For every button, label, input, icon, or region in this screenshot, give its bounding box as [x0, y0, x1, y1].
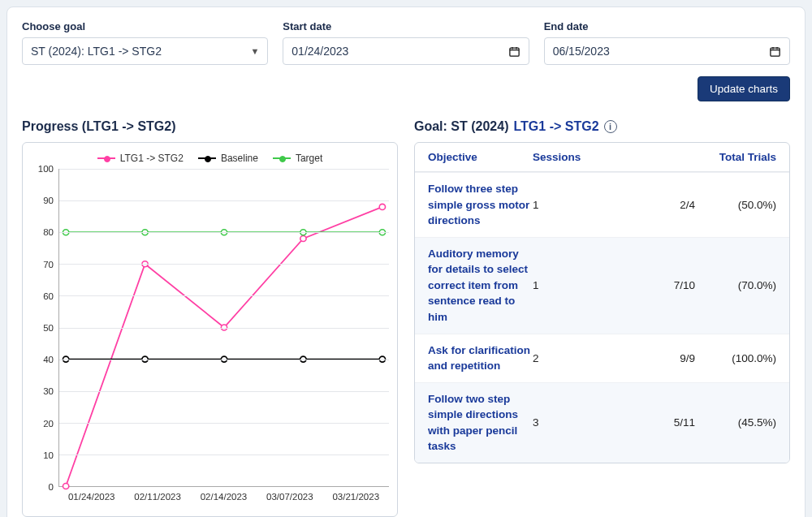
chevron-down-icon: ▼	[250, 46, 259, 56]
chart-point	[63, 483, 68, 489]
legend-swatch-icon	[273, 157, 291, 159]
legend-item-baseline: Baseline	[198, 153, 258, 164]
goal-label: Choose goal	[22, 20, 268, 32]
goal-title-prefix: Goal: ST (2024)	[414, 119, 508, 134]
y-tick-label: 90	[43, 196, 54, 205]
legend-label: Target	[296, 153, 322, 164]
start-date-field: Start date 01/24/2023	[283, 20, 529, 65]
goal-field: Choose goal ST (2024): LTG1 -> STG2 ▼	[22, 20, 268, 65]
legend-item-target: Target	[273, 153, 322, 164]
calendar-icon	[769, 45, 781, 58]
y-tick-label: 20	[43, 419, 54, 429]
cell-pct: (50.0%)	[695, 199, 776, 211]
progress-chart: LTG1 -> STG2 Baseline Target 01020304050…	[22, 142, 398, 517]
y-tick-label: 70	[43, 260, 54, 269]
button-row: Update charts	[22, 76, 790, 101]
gridline	[59, 295, 389, 296]
cell-trials: 7/10	[622, 279, 695, 291]
gridline	[59, 264, 389, 265]
chart-point	[379, 204, 385, 209]
cell-objective: Follow two step simple directions with p…	[428, 391, 533, 455]
controls-row: Choose goal ST (2024): LTG1 -> STG2 ▼ St…	[22, 20, 790, 65]
cell-sessions: 1	[533, 199, 622, 211]
y-tick-label: 40	[43, 355, 54, 364]
table-row[interactable]: Ask for clarification and repetition29/9…	[415, 334, 789, 382]
table-row[interactable]: Auditory memory for details to select co…	[415, 237, 789, 334]
cell-objective: Auditory memory for details to select co…	[428, 246, 533, 325]
legend-label: Baseline	[221, 153, 258, 164]
y-tick-label: 10	[43, 450, 54, 460]
start-date-label: Start date	[283, 20, 529, 32]
gridline	[59, 360, 389, 360]
columns: Progress (LTG1 -> STG2) LTG1 -> STG2 Bas…	[22, 119, 790, 517]
cell-pct: (70.0%)	[695, 279, 776, 291]
gridline	[59, 169, 389, 170]
end-date-input[interactable]: 06/15/2023	[544, 37, 790, 65]
info-icon[interactable]: i	[604, 120, 617, 133]
chart-y-axis: 0102030405060708090100	[31, 169, 58, 487]
x-tick-label: 01/24/2023	[58, 492, 124, 502]
table-row[interactable]: Follow two step simple directions with p…	[415, 382, 789, 463]
goal-select-value: ST (2024): LTG1 -> STG2	[31, 45, 162, 58]
legend-swatch-icon	[198, 157, 216, 159]
cell-trials: 2/4	[622, 199, 695, 211]
cell-sessions: 2	[533, 352, 622, 364]
goal-title: Goal: ST (2024) LTG1 -> STG2 i	[414, 119, 790, 134]
cell-objective: Follow three step simple gross motor dir…	[428, 181, 533, 229]
chart-legend: LTG1 -> STG2 Baseline Target	[31, 153, 389, 164]
y-tick-label: 100	[38, 164, 54, 174]
chart-plot-area	[58, 169, 389, 487]
cell-objective: Ask for clarification and repetition	[428, 343, 533, 374]
progress-column: Progress (LTG1 -> STG2) LTG1 -> STG2 Bas…	[22, 119, 398, 517]
legend-item-series: LTG1 -> STG2	[97, 153, 184, 164]
chart-x-axis: 01/24/202302/11/202302/14/202303/07/2023…	[31, 487, 389, 502]
table-body: Follow three step simple gross motor dir…	[415, 172, 789, 463]
table-header-row: Objective Sessions Total Trials	[415, 143, 789, 172]
header-sessions: Sessions	[533, 151, 622, 163]
objectives-table: Objective Sessions Total Trials Follow t…	[414, 142, 790, 463]
cell-sessions: 1	[533, 279, 622, 291]
gridline	[59, 423, 389, 424]
y-tick-label: 50	[43, 323, 54, 333]
goal-title-link[interactable]: LTG1 -> STG2	[513, 119, 598, 134]
chart-series-line	[66, 207, 382, 486]
cell-trials: 9/9	[622, 352, 695, 364]
legend-swatch-icon	[97, 157, 115, 159]
legend-label: LTG1 -> STG2	[120, 153, 184, 164]
end-date-field: End date 06/15/2023	[544, 20, 790, 65]
table-row[interactable]: Follow three step simple gross motor dir…	[415, 172, 789, 237]
cell-sessions: 3	[533, 416, 622, 429]
header-objective: Objective	[428, 151, 533, 163]
gridline	[59, 200, 389, 201]
cell-trials: 5/11	[622, 416, 695, 429]
end-date-label: End date	[544, 20, 790, 32]
header-total-trials: Total Trials	[622, 151, 776, 163]
page: Choose goal ST (2024): LTG1 -> STG2 ▼ St…	[6, 6, 806, 517]
svg-rect-0	[510, 48, 519, 56]
chart-body: 0102030405060708090100	[31, 169, 389, 487]
cell-pct: (100.0%)	[695, 352, 776, 364]
x-tick-label: 03/21/2023	[323, 492, 389, 502]
chart-point	[300, 236, 306, 242]
end-date-value: 06/15/2023	[553, 45, 610, 58]
cell-pct: (45.5%)	[695, 416, 776, 429]
goal-select[interactable]: ST (2024): LTG1 -> STG2 ▼	[22, 37, 268, 65]
gridline	[59, 232, 389, 233]
goal-column: Goal: ST (2024) LTG1 -> STG2 i Objective…	[414, 119, 790, 517]
x-tick-label: 02/11/2023	[124, 492, 190, 502]
y-tick-label: 30	[43, 386, 54, 396]
y-tick-label: 0	[49, 482, 54, 492]
calendar-icon	[508, 45, 520, 58]
update-charts-button[interactable]: Update charts	[698, 76, 790, 101]
gridline	[59, 455, 389, 455]
x-tick-label: 03/07/2023	[257, 492, 322, 502]
progress-title: Progress (LTG1 -> STG2)	[22, 119, 398, 134]
start-date-input[interactable]: 01/24/2023	[283, 37, 529, 65]
gridline	[59, 328, 389, 329]
y-tick-label: 80	[43, 227, 54, 237]
svg-rect-1	[771, 48, 780, 56]
y-tick-label: 60	[43, 291, 54, 301]
x-tick-label: 02/14/2023	[191, 492, 257, 502]
gridline	[59, 391, 389, 392]
start-date-value: 01/24/2023	[292, 45, 348, 58]
